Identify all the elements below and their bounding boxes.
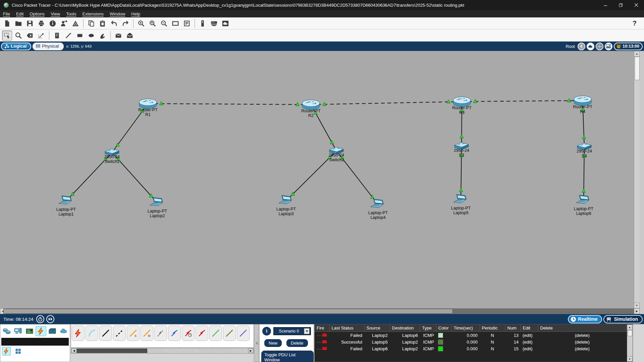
drawing-palette-button[interactable] [70,18,80,28]
scenario-delete-button[interactable]: Delete [286,339,308,347]
device-Laptop2[interactable] [150,197,163,206]
complex-pdu-button[interactable] [125,31,135,41]
connection-auto-button[interactable] [72,325,85,341]
connection-copper-cross-button[interactable] [113,325,126,341]
scroll-down-arrow[interactable]: ▼ [634,303,640,308]
resize-button[interactable] [36,31,46,41]
line-tool-button[interactable] [63,31,73,41]
simulation-mode-button[interactable]: Simulation [603,315,643,323]
device-R4[interactable] [574,96,591,106]
menu-tools[interactable]: Tools [63,10,79,17]
info-button[interactable] [48,18,58,28]
link-R3-R4[interactable] [462,101,583,102]
pdu-edit-link[interactable]: (edit) [521,332,538,339]
device-Laptop5[interactable] [453,194,466,203]
category-components-button[interactable] [24,326,35,336]
connection-copper-straight-button[interactable] [99,325,112,341]
simple-pdu-button[interactable] [113,31,123,41]
connection-iot-olive-button[interactable] [223,325,236,341]
subcategory-connections-bolt-button[interactable] [2,347,11,356]
pdu-delete-link[interactable]: (delete) [538,345,627,352]
open-folder-button[interactable] [13,18,23,28]
scenario-info-button[interactable]: i [262,327,271,336]
connection-serial-dce-button[interactable] [182,325,195,341]
inspect-button[interactable] [13,31,23,41]
connection-phone-m-button[interactable]: M [141,325,153,341]
conn-scroll-thumb[interactable] [77,349,147,353]
scroll-right-arrow[interactable]: ▶ [634,308,640,314]
pdu-scroll-down-arrow[interactable]: ▼ [627,356,632,362]
device-Laptop1[interactable] [59,196,71,204]
realtime-mode-button[interactable]: Realtime [568,315,602,323]
connection-fiber-s-button[interactable]: S [127,325,140,341]
minimize-button[interactable] [598,0,613,10]
redo-button[interactable] [120,18,130,28]
pdu-scroll-thumb[interactable] [628,330,632,336]
category-misc-button[interactable] [47,326,58,336]
environment-clock[interactable]: 10:13:00 [614,43,643,50]
menu-file[interactable]: File [0,10,13,17]
new-document-button[interactable] [2,18,12,28]
workspace-canvas[interactable]: Router-PTR1Router-PTR2Router-PTR3Router-… [0,51,644,314]
pdu-delete-link[interactable]: (delete) [538,339,627,345]
zoom-reset-button[interactable]: R [148,18,158,28]
save-button[interactable] [25,18,35,28]
note-button[interactable] [52,31,62,41]
tab-logical[interactable]: Logical [1,43,31,50]
menu-help[interactable]: Help [128,10,143,17]
connection-iot-purple-button[interactable] [237,325,250,341]
zoom-out-button[interactable] [159,18,169,28]
conn-scroll-right-arrow[interactable]: ▶ [248,349,253,353]
pdu-fire-cell[interactable] [315,332,329,339]
environment-button[interactable] [605,43,612,50]
cloud-view-button[interactable] [587,43,594,50]
fast-forward-button[interactable] [46,315,54,323]
move-layout-button[interactable] [596,43,603,50]
server-button[interactable] [198,18,208,28]
link-R2-R3[interactable] [311,102,462,105]
device-R2[interactable] [302,100,320,110]
legacy-device-button[interactable] [209,18,219,28]
ellipse-tool-button[interactable] [86,31,96,41]
paste-button[interactable] [98,18,108,28]
menu-extensions[interactable]: Extensions [79,10,107,17]
scroll-up-arrow[interactable]: ▲ [634,51,640,57]
power-cycle-button[interactable] [36,315,44,323]
category-network-devices-button[interactable] [1,326,12,336]
freeform-button[interactable] [98,31,108,41]
device-Laptop3[interactable] [279,195,291,204]
connection-scrollbar[interactable]: ◀ ▶ [71,348,254,354]
menu-window[interactable]: Window [107,10,128,17]
menu-edit[interactable]: Edit [13,10,26,17]
activity-wizard-button[interactable] [59,18,69,28]
undo-button[interactable] [109,18,119,28]
zoom-in-button[interactable] [136,18,146,28]
device-R3[interactable] [453,97,471,107]
canvas-horizontal-scrollbar[interactable]: ◀ ▶ [0,308,640,314]
menu-options[interactable]: Options [26,10,48,17]
category-multiuser-button[interactable] [58,326,69,336]
pdu-vertical-scrollbar[interactable]: ▲ ▼ [627,324,633,362]
device-Laptop4[interactable] [371,199,383,207]
device-Laptop6[interactable] [576,195,589,203]
conn-scroll-left-arrow[interactable]: ◀ [71,349,76,353]
tab-physical[interactable]: Physical [33,43,63,50]
scenario-dropdown[interactable]: Scenario 0 [273,327,311,335]
pdu-delete-link[interactable]: (delete) [538,332,627,339]
pdu-edit-link[interactable]: (edit) [521,345,538,352]
cloud-image-button[interactable] [220,18,230,28]
viewport-button[interactable] [170,18,180,28]
connection-serial-dte-button[interactable] [196,325,208,341]
back-button[interactable] [578,43,585,50]
category-end-devices-button[interactable] [13,326,23,336]
panel-splitter[interactable] [254,324,259,362]
horizontal-scroll-thumb[interactable] [3,309,453,314]
pdu-fire-cell[interactable] [315,345,329,352]
print-button[interactable] [36,18,46,28]
category-connections-button[interactable] [36,326,46,336]
custom-devices-button[interactable] [182,18,192,28]
connection-iot-green-button[interactable] [209,325,222,341]
close-button[interactable] [629,0,644,10]
device-R1[interactable] [139,99,157,109]
toggle-pdu-list-button[interactable]: Toggle PDU List Window [261,351,314,362]
